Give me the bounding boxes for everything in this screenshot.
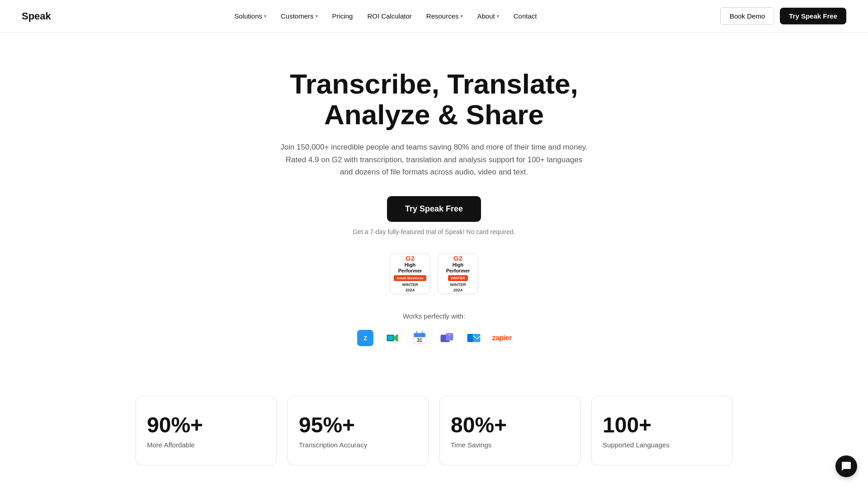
nav-contact[interactable]: Contact [514, 12, 537, 20]
stat-accuracy: 95%+ Transcription Accuracy [288, 396, 429, 465]
badge-2-season: WINTER2024 [450, 282, 466, 293]
nav-links: Solutions ▾ Customers ▾ Pricing ROI Calc… [234, 12, 537, 20]
nav-solutions[interactable]: Solutions ▾ [234, 12, 266, 20]
nav-roi-calculator[interactable]: ROI Calculator [367, 12, 411, 20]
google-meet-icon [383, 329, 401, 347]
stat-affordable-number: 90%+ [147, 413, 265, 437]
hero-trial-text: Get a 7-day fully-featured trial of Spea… [353, 228, 515, 235]
stat-accuracy-number: 95%+ [299, 413, 417, 437]
hero-subtitle: Join 150,000+ incredible people and team… [280, 141, 588, 178]
svg-point-16 [448, 333, 451, 335]
logo[interactable]: Speak [22, 10, 51, 22]
badge-1-season: WINTER2024 [402, 282, 418, 293]
hero-cta-button[interactable]: Try Speak Free [387, 196, 481, 222]
book-demo-button[interactable]: Book Demo [720, 7, 774, 25]
g2-logo-1: G2 [406, 254, 415, 262]
navbar: Speak Solutions ▾ Customers ▾ Pricing RO… [0, 0, 868, 33]
nav-customers[interactable]: Customers ▾ [281, 12, 318, 20]
svg-rect-19 [473, 334, 481, 342]
stat-savings: 80%+ Time Savings [439, 396, 580, 465]
chevron-down-icon: ▾ [316, 14, 318, 19]
svg-rect-5 [388, 336, 393, 340]
chat-bubble-button[interactable] [835, 455, 857, 477]
nav-pricing[interactable]: Pricing [332, 12, 353, 20]
nav-contact-label: Contact [514, 12, 537, 20]
nav-actions: Book Demo Try Speak Free [720, 7, 846, 25]
chevron-down-icon: ▾ [497, 14, 499, 19]
stat-savings-number: 80%+ [451, 413, 569, 437]
badge-1-title: HighPerformer [398, 262, 422, 274]
nav-customers-label: Customers [281, 12, 314, 20]
stat-affordable-label: More Affordable [147, 441, 265, 449]
stat-languages-number: 100+ [603, 413, 721, 437]
zapier-label: zapier [492, 334, 511, 342]
hero-section: Transcribe, Translate, Analyze & Share J… [0, 33, 868, 396]
nav-about-label: About [477, 12, 495, 20]
try-speak-free-button[interactable]: Try Speak Free [780, 8, 846, 24]
stats-section: 90%+ More Affordable 95%+ Transcription … [0, 396, 868, 465]
g2-logo-2: G2 [453, 254, 462, 262]
nav-roi-label: ROI Calculator [367, 12, 411, 20]
works-with-label: Works perfectly with: [403, 312, 465, 320]
stat-savings-label: Time Savings [451, 441, 569, 449]
badge-1-ribbon: Small Business [394, 275, 426, 281]
chevron-down-icon: ▾ [264, 14, 266, 19]
zoom-icon: Z [356, 329, 374, 347]
badge-small-business: G2 HighPerformer Small Business WINTER20… [390, 253, 430, 294]
svg-rect-8 [414, 333, 425, 337]
stat-accuracy-label: Transcription Accuracy [299, 441, 417, 449]
badges-container: G2 HighPerformer Small Business WINTER20… [390, 253, 478, 294]
zapier-icon: zapier [492, 329, 511, 347]
nav-pricing-label: Pricing [332, 12, 353, 20]
badge-winter-2024: G2 HighPerformer WINTER WINTER2024 [438, 253, 478, 294]
stat-languages: 100+ Supported Languages [591, 396, 732, 465]
microsoft-outlook-icon [465, 329, 483, 347]
google-calendar-icon: 31 [410, 329, 429, 347]
stat-affordable: 90%+ More Affordable [136, 396, 277, 465]
microsoft-teams-icon [438, 329, 456, 347]
badge-2-title: HighPerformer [446, 262, 470, 274]
badge-2-ribbon: WINTER [448, 275, 468, 281]
stat-languages-label: Supported Languages [603, 441, 721, 449]
chat-icon [841, 461, 852, 472]
chevron-down-icon: ▾ [461, 14, 463, 19]
integrations-row: Z 31 [356, 329, 511, 347]
svg-text:31: 31 [417, 338, 422, 343]
svg-text:Z: Z [364, 335, 368, 342]
nav-resources[interactable]: Resources ▾ [426, 12, 463, 20]
hero-title: Transcribe, Translate, Analyze & Share [240, 69, 628, 130]
nav-solutions-label: Solutions [234, 12, 262, 20]
nav-resources-label: Resources [426, 12, 459, 20]
nav-about[interactable]: About ▾ [477, 12, 499, 20]
